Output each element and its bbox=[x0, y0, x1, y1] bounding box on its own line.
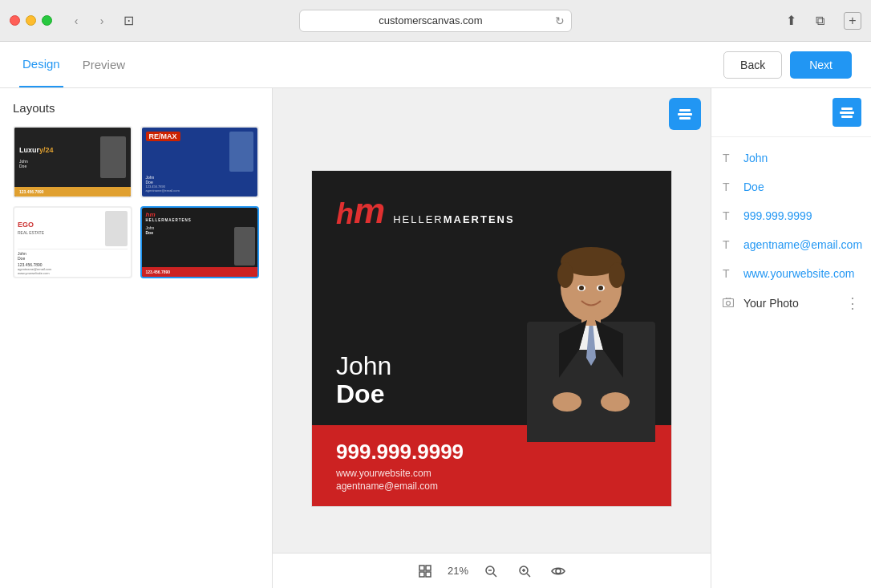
back-nav-button[interactable]: ‹ bbox=[65, 12, 87, 30]
field-row-website[interactable]: T www.yourwebsite.com bbox=[711, 259, 871, 288]
tab-design[interactable]: Design bbox=[19, 42, 63, 87]
text-field-icon-2: T bbox=[723, 180, 735, 193]
field-row-phone[interactable]: T 999.999.9999 bbox=[711, 201, 871, 230]
zoom-out-button[interactable] bbox=[480, 560, 502, 582]
main-area: Layouts Luxury/24 John Doe bbox=[0, 88, 871, 588]
logo-m: m bbox=[354, 191, 385, 230]
browser-titlebar: ‹ › ⊡ customerscanvas.com ↻ ⬆ ⧉ + bbox=[0, 0, 871, 42]
tab-preview[interactable]: Preview bbox=[79, 42, 128, 87]
url-bar: customerscanvas.com ↻ bbox=[299, 10, 572, 32]
svg-rect-17 bbox=[426, 566, 431, 570]
maximize-button[interactable] bbox=[42, 15, 52, 26]
card-brand: HELLERMAERTENS bbox=[393, 213, 515, 225]
panel-header bbox=[711, 88, 871, 137]
minimize-button[interactable] bbox=[26, 15, 36, 26]
field-value-website: www.yourwebsite.com bbox=[743, 267, 860, 280]
app-content: Design Preview Back Next Layouts Luxu bbox=[0, 42, 871, 588]
canvas-area: hm HELLERMAERTENS John Doe 999.999.999 bbox=[273, 88, 711, 588]
zoom-expand-button[interactable] bbox=[414, 560, 436, 582]
layout-item-heller[interactable]: hm HELLERMAERTENS John Doe 123.456.7890 bbox=[140, 206, 260, 278]
top-bar-actions: Back Next bbox=[723, 51, 852, 79]
card-phone: 999.999.9999 bbox=[336, 440, 647, 464]
field-value-email: agentname@email.com bbox=[743, 238, 862, 251]
close-button[interactable] bbox=[10, 15, 20, 26]
panel-layers-button[interactable] bbox=[833, 98, 861, 127]
svg-point-12 bbox=[553, 392, 581, 412]
svg-point-7 bbox=[609, 262, 625, 288]
top-bar: Design Preview Back Next bbox=[0, 42, 871, 88]
preview-toggle-button[interactable] bbox=[547, 560, 569, 582]
card-logo: hm bbox=[336, 193, 385, 229]
canvas-layers-button[interactable] bbox=[669, 98, 701, 130]
field-row-firstname[interactable]: T John bbox=[711, 144, 871, 172]
business-card: hm HELLERMAERTENS John Doe 999.999.999 bbox=[312, 171, 671, 506]
layouts-grid: Luxury/24 John Doe 123.456.7890 bbox=[13, 126, 259, 278]
field-value-firstname: John bbox=[743, 152, 860, 164]
svg-rect-16 bbox=[419, 566, 424, 570]
bottom-toolbar: 21% bbox=[273, 553, 711, 588]
layouts-sidebar: Layouts Luxury/24 John Doe bbox=[0, 88, 273, 588]
field-value-phone: 999.999.9999 bbox=[743, 209, 860, 222]
panel-layers-icon bbox=[840, 107, 854, 118]
svg-point-13 bbox=[601, 392, 630, 412]
text-field-icon-3: T bbox=[723, 209, 735, 222]
back-button[interactable]: Back bbox=[723, 51, 782, 79]
svg-point-27 bbox=[556, 569, 561, 574]
field-row-photo[interactable]: Your Photo ⋮ bbox=[711, 288, 871, 318]
reload-button[interactable]: ↻ bbox=[555, 14, 565, 27]
browser-window: ‹ › ⊡ customerscanvas.com ↻ ⬆ ⧉ + bbox=[0, 0, 871, 42]
card-person-photo bbox=[511, 217, 671, 442]
svg-point-10 bbox=[579, 286, 584, 290]
layout-item-remax[interactable]: RE/MAX John Doe 123.456.7890 agentname@e… bbox=[140, 126, 260, 198]
zoom-level: 21% bbox=[448, 565, 468, 577]
next-button[interactable]: Next bbox=[790, 51, 852, 79]
nav-buttons: ‹ › bbox=[65, 12, 113, 30]
panel-fields: T John T Doe T 999.999.9999 T agentname@… bbox=[711, 137, 871, 588]
svg-line-22 bbox=[493, 574, 496, 577]
logo-h: h bbox=[336, 197, 354, 230]
url-text: customerscanvas.com bbox=[306, 14, 555, 26]
photo-options-button[interactable]: ⋮ bbox=[845, 296, 860, 310]
layout-item-luxury24[interactable]: Luxury/24 John Doe 123.456.7890 bbox=[13, 126, 132, 198]
text-field-icon-5: T bbox=[723, 267, 735, 280]
svg-rect-18 bbox=[419, 572, 424, 577]
new-window-button[interactable]: ⧉ bbox=[808, 10, 831, 32]
field-row-email[interactable]: T agentname@email.com bbox=[711, 230, 871, 259]
browser-actions: ⬆ ⧉ bbox=[780, 10, 831, 32]
share-button[interactable]: ⬆ bbox=[780, 10, 802, 32]
field-row-lastname[interactable]: T Doe bbox=[711, 172, 871, 201]
card-website: www.yourwebsite.com bbox=[336, 468, 647, 479]
svg-point-6 bbox=[557, 262, 573, 288]
svg-line-26 bbox=[527, 574, 530, 577]
svg-rect-19 bbox=[426, 572, 431, 577]
field-value-photo: Your Photo bbox=[743, 297, 837, 310]
layout-item-ego[interactable]: EGOREAL ESTATE John Doe 123.456.7890 age… bbox=[13, 206, 132, 278]
field-value-lastname: Doe bbox=[743, 180, 860, 193]
layouts-title: Layouts bbox=[13, 101, 259, 115]
layers-icon bbox=[678, 109, 692, 120]
card-email: agentname@email.com bbox=[336, 481, 647, 492]
new-tab-button[interactable]: + bbox=[844, 12, 861, 30]
canvas-wrapper: hm HELLERMAERTENS John Doe 999.999.999 bbox=[311, 170, 672, 507]
text-field-icon: T bbox=[723, 152, 735, 164]
svg-point-11 bbox=[598, 286, 603, 290]
zoom-in-button[interactable] bbox=[513, 560, 536, 582]
photo-field-icon bbox=[723, 297, 735, 310]
forward-nav-button[interactable]: › bbox=[91, 12, 113, 30]
right-panel: T John T Doe T 999.999.9999 T agentname@… bbox=[711, 88, 871, 588]
tabs-container: Design Preview bbox=[19, 42, 144, 87]
text-field-icon-4: T bbox=[723, 238, 735, 251]
sidebar-toggle-button[interactable]: ⊡ bbox=[120, 12, 137, 30]
svg-point-29 bbox=[727, 302, 731, 306]
traffic-lights bbox=[10, 15, 52, 26]
